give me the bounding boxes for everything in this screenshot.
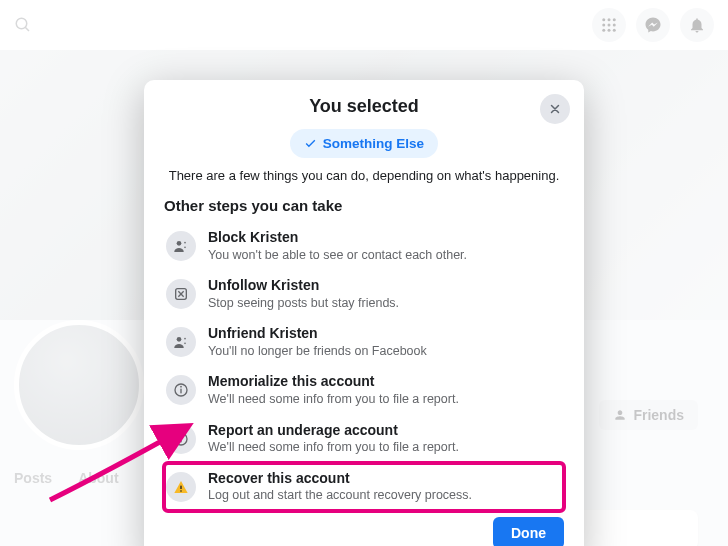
warning-icon [166, 472, 196, 502]
step-desc: Stop seeing posts but stay friends. [208, 296, 399, 312]
step-unfollow[interactable]: Unfollow KristenStop seeing posts but st… [164, 270, 564, 318]
svg-point-23 [180, 434, 182, 436]
close-icon [548, 102, 562, 116]
close-button[interactable] [540, 94, 570, 124]
step-title: Memorialize this account [208, 373, 459, 391]
step-title: Report an underage account [208, 422, 459, 440]
unfriend-icon [166, 327, 196, 357]
pill-label: Something Else [323, 136, 424, 151]
person-block-icon [166, 231, 196, 261]
svg-rect-19 [180, 389, 181, 394]
info-icon [166, 424, 196, 454]
done-button[interactable]: Done [493, 517, 564, 546]
svg-point-25 [180, 490, 182, 492]
svg-point-12 [184, 242, 186, 244]
step-title: Unfollow Kristen [208, 277, 399, 295]
step-block[interactable]: Block KristenYou won't be able to see or… [164, 222, 564, 270]
step-title: Block Kristen [208, 229, 467, 247]
step-memorialize[interactable]: Memorialize this accountWe'll need some … [164, 366, 564, 414]
svg-point-11 [177, 241, 182, 246]
svg-rect-22 [180, 437, 181, 442]
section-heading: Other steps you can take [164, 197, 564, 214]
svg-point-15 [177, 337, 182, 342]
unfollow-icon [166, 279, 196, 309]
step-recover-account[interactable]: Recover this accountLog out and start th… [164, 463, 564, 511]
svg-point-16 [184, 338, 186, 340]
svg-point-20 [180, 386, 182, 388]
info-icon [166, 375, 196, 405]
modal-intro: There are a few things you can do, depen… [164, 168, 564, 183]
svg-point-17 [184, 343, 186, 345]
step-desc: Log out and start the account recovery p… [208, 488, 472, 504]
step-desc: You'll no longer be friends on Facebook [208, 344, 427, 360]
step-underage[interactable]: Report an underage accountWe'll need som… [164, 415, 564, 463]
selected-reason-pill[interactable]: Something Else [290, 129, 438, 158]
step-desc: You won't be able to see or contact each… [208, 248, 467, 264]
step-title: Unfriend Kristen [208, 325, 427, 343]
step-unfriend[interactable]: Unfriend KristenYou'll no longer be frie… [164, 318, 564, 366]
check-icon [304, 137, 317, 150]
report-modal: You selected Something Else There are a … [144, 80, 584, 546]
step-title: Recover this account [208, 470, 472, 488]
step-desc: We'll need some info from you to file a … [208, 440, 459, 456]
modal-title: You selected [309, 96, 419, 117]
step-desc: We'll need some info from you to file a … [208, 392, 459, 408]
svg-rect-24 [180, 485, 181, 488]
svg-point-13 [184, 247, 186, 249]
